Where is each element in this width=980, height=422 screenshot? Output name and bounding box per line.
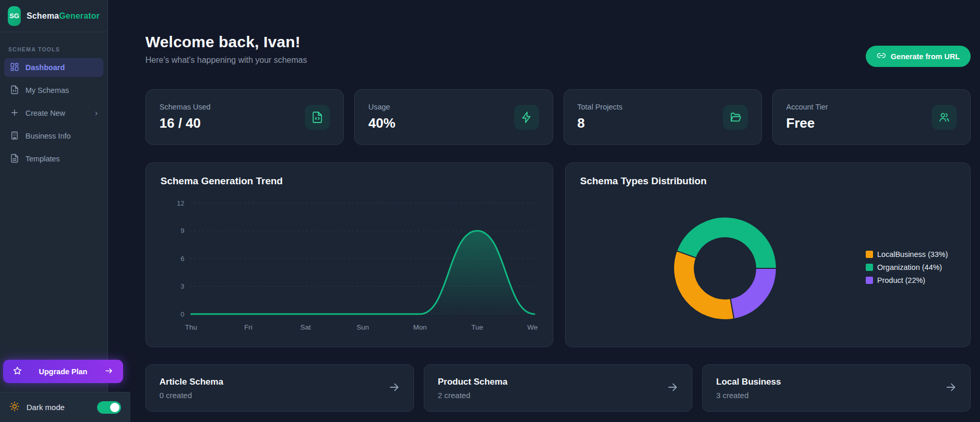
- legend-item[interactable]: Organization (44%): [866, 263, 948, 271]
- sidebar-item-label: Create New: [25, 109, 65, 117]
- main-content: Welcome back, Ivan! Here's what's happen…: [145, 0, 971, 412]
- legend-item[interactable]: LocalBusiness (33%): [866, 250, 948, 258]
- legend-swatch: [866, 264, 873, 271]
- charts-row: Schema Generation Trend 036912ThuFriSatS…: [145, 162, 971, 347]
- app-logo-row: SG SchemaGenerator: [0, 0, 108, 32]
- toggle-knob: [110, 403, 119, 412]
- stat-label: Usage: [368, 103, 395, 111]
- arrow-right-icon: [388, 382, 400, 395]
- generate-from-url-label: Generate from URL: [891, 52, 960, 61]
- file-code-icon: [305, 105, 330, 130]
- upgrade-plan-button[interactable]: Upgrade Plan: [3, 360, 123, 383]
- sidebar-item-my-schemas[interactable]: My Schemas: [4, 81, 103, 100]
- stat-card-schemas-used: Schemas Used 16 / 40: [145, 89, 344, 145]
- svg-text:0: 0: [181, 310, 184, 318]
- dark-mode-label: Dark mode: [26, 403, 64, 412]
- svg-text:3: 3: [181, 282, 184, 290]
- page-subtitle: Here's what's happening with your schema…: [145, 56, 307, 65]
- sun-icon: [9, 401, 20, 414]
- stat-label: Total Projects: [578, 103, 623, 111]
- quick-card-count: 3 created: [716, 391, 781, 400]
- quick-card-title: Product Schema: [438, 377, 507, 387]
- link-icon: [877, 51, 886, 62]
- svg-text:Wed: Wed: [527, 323, 538, 331]
- stat-value: 16 / 40: [159, 115, 210, 131]
- sidebar-item-label: Templates: [25, 155, 60, 163]
- svg-text:Sat: Sat: [300, 323, 311, 331]
- dashboard-grid-icon: [10, 62, 19, 73]
- sidebar-item-business-info[interactable]: Business Info: [4, 127, 103, 145]
- trend-chart-title: Schema Generation Trend: [160, 175, 538, 187]
- legend-label: Organization (44%): [877, 263, 942, 271]
- file-text-icon: [10, 154, 19, 165]
- generate-from-url-button[interactable]: Generate from URL: [866, 46, 971, 67]
- folder-open-icon: [723, 105, 748, 130]
- arrow-right-icon: [104, 366, 114, 377]
- donut-legend: LocalBusiness (33%)Organization (44%)Pro…: [866, 250, 948, 284]
- sidebar-item-label: Dashboard: [25, 63, 65, 72]
- sidebar-item-templates[interactable]: Templates: [4, 149, 103, 168]
- app-name: SchemaGenerator: [26, 11, 100, 21]
- star-icon: [12, 366, 22, 377]
- quick-card-title: Article Schema: [159, 377, 223, 387]
- svg-text:Sun: Sun: [356, 323, 369, 331]
- stat-value: 8: [578, 115, 623, 131]
- stat-label: Schemas Used: [159, 103, 210, 111]
- stat-value: Free: [786, 115, 828, 131]
- quick-card-count: 2 created: [438, 391, 507, 400]
- legend-swatch: [866, 277, 873, 284]
- page-title: Welcome back, Ivan!: [145, 33, 307, 51]
- quick-cards-row: Article Schema 0 created Product Schema …: [145, 364, 971, 412]
- page-header: Welcome back, Ivan! Here's what's happen…: [145, 33, 971, 67]
- trend-chart-card: Schema Generation Trend 036912ThuFriSatS…: [145, 162, 553, 347]
- distribution-chart-title: Schema Types Distribution: [580, 175, 956, 187]
- sidebar-section-label: SCHEMA TOOLS: [8, 46, 99, 52]
- stat-card-total-projects: Total Projects 8: [563, 89, 762, 145]
- plus-icon: [10, 108, 19, 119]
- distribution-chart-card: Schema Types Distribution LocalBusiness …: [565, 162, 971, 347]
- quick-card-article-schema[interactable]: Article Schema 0 created: [145, 364, 414, 412]
- legend-label: LocalBusiness (33%): [877, 250, 948, 258]
- sidebar-item-dashboard[interactable]: Dashboard: [4, 58, 103, 77]
- users-icon: [932, 105, 957, 130]
- dark-mode-toggle[interactable]: [97, 401, 121, 414]
- sidebar-bottom-panel: Upgrade Plan Dark mode: [0, 360, 130, 422]
- stat-card-account-tier: Account Tier Free: [772, 89, 971, 145]
- arrow-right-icon: [945, 382, 957, 395]
- quick-card-count: 0 created: [159, 391, 223, 400]
- file-code-icon: [10, 85, 19, 96]
- quick-card-local-business[interactable]: Local Business 3 created: [702, 364, 971, 412]
- svg-text:Thu: Thu: [185, 323, 197, 331]
- svg-text:Tue: Tue: [471, 323, 483, 331]
- svg-text:9: 9: [181, 227, 184, 235]
- dark-mode-row: Dark mode: [0, 392, 130, 422]
- legend-swatch: [866, 251, 873, 258]
- distribution-donut: [668, 211, 782, 325]
- stats-row: Schemas Used 16 / 40 Usage 40% Total Pro…: [145, 89, 971, 145]
- svg-text:12: 12: [177, 199, 184, 207]
- upgrade-plan-label: Upgrade Plan: [22, 367, 104, 376]
- building-icon: [10, 131, 19, 142]
- quick-card-product-schema[interactable]: Product Schema 2 created: [424, 364, 692, 412]
- legend-label: Product (22%): [877, 276, 925, 284]
- svg-text:6: 6: [181, 255, 184, 263]
- stat-value: 40%: [368, 115, 395, 131]
- app-logo: SG: [8, 6, 21, 26]
- sidebar-item-create-new[interactable]: Create New ›: [4, 104, 103, 122]
- stat-label: Account Tier: [786, 103, 828, 111]
- lightning-icon: [514, 105, 539, 130]
- svg-text:Fri: Fri: [244, 323, 252, 331]
- svg-text:Mon: Mon: [413, 323, 427, 331]
- sidebar-item-label: Business Info: [25, 132, 71, 140]
- trend-chart: 036912ThuFriSatSunMonTueWed: [160, 192, 538, 337]
- legend-item[interactable]: Product (22%): [866, 276, 948, 284]
- arrow-right-icon: [667, 382, 678, 395]
- stat-card-usage: Usage 40%: [354, 89, 553, 145]
- sidebar-item-label: My Schemas: [25, 86, 69, 94]
- quick-card-title: Local Business: [716, 377, 781, 387]
- chevron-right-icon: ›: [95, 108, 98, 118]
- sidebar: SG SchemaGenerator SCHEMA TOOLS Dashboar…: [0, 0, 108, 422]
